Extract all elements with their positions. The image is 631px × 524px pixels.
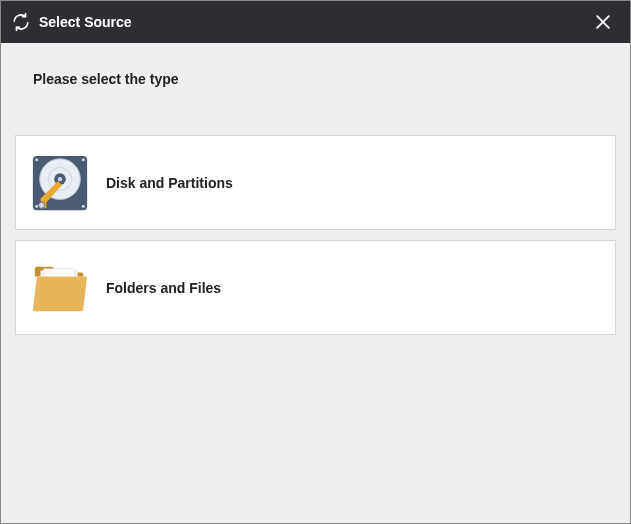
svg-point-3 (35, 158, 38, 161)
svg-point-5 (35, 204, 38, 207)
option-folders-and-files[interactable]: Folders and Files (15, 240, 616, 335)
option-label: Disk and Partitions (106, 175, 233, 191)
svg-point-12 (38, 202, 44, 208)
prompt-text: Please select the type (15, 43, 616, 107)
svg-point-4 (82, 158, 85, 161)
dialog-title: Select Source (39, 14, 586, 30)
svg-point-11 (58, 176, 62, 180)
app-sync-icon (11, 12, 31, 32)
svg-point-6 (82, 204, 85, 207)
folder-icon (28, 256, 92, 320)
options-list: Disk and Partitions Folders and Files (15, 135, 616, 335)
hard-disk-icon (28, 151, 92, 215)
dialog-content: Please select the type (1, 43, 630, 523)
close-button[interactable] (586, 5, 620, 39)
option-label: Folders and Files (106, 280, 221, 296)
select-source-dialog: Select Source Please select the type (0, 0, 631, 524)
option-disk-and-partitions[interactable]: Disk and Partitions (15, 135, 616, 230)
titlebar: Select Source (1, 1, 630, 43)
